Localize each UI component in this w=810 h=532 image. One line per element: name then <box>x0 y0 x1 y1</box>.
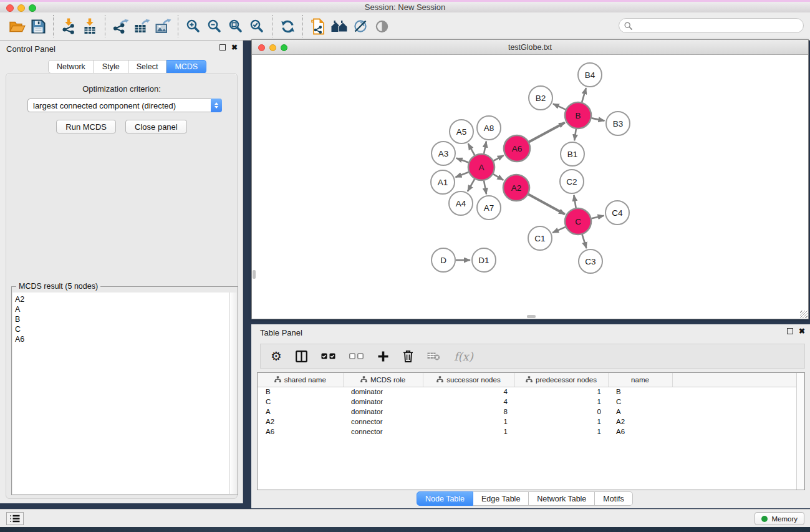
tab-mcds[interactable]: MCDS <box>166 60 206 74</box>
graph-node-A5[interactable]: A5 <box>450 120 473 143</box>
graph-edge-C-C3[interactable] <box>582 235 587 248</box>
table-cell[interactable]: A2 <box>608 417 672 427</box>
tab-network[interactable]: Network <box>48 60 94 74</box>
network-close-button[interactable] <box>258 44 265 51</box>
table-cell[interactable]: 1 <box>423 417 514 427</box>
graph-node-D[interactable]: D <box>432 248 455 272</box>
toggle-graphics-details-button[interactable] <box>371 15 392 37</box>
import-table-button[interactable] <box>79 15 100 37</box>
open-session-button[interactable] <box>6 15 27 37</box>
graph-edge-A6-B[interactable] <box>529 122 565 142</box>
graph-edge-A-A6[interactable] <box>493 155 503 161</box>
table-cell[interactable]: 1 <box>514 427 608 437</box>
graph-node-B2[interactable]: B2 <box>529 86 552 110</box>
table-cell[interactable]: 0 <box>514 407 608 417</box>
table-row[interactable]: Bdominator41B <box>258 387 798 397</box>
table-cell[interactable]: 4 <box>423 397 514 407</box>
mcds-result-item[interactable]: A6 <box>15 334 229 344</box>
table-cell[interactable]: B <box>258 387 343 397</box>
table-settings-button[interactable]: ⚙ <box>271 350 282 362</box>
close-window-button[interactable] <box>6 4 14 12</box>
network-window-titlebar[interactable]: testGlobe.txt <box>252 40 808 55</box>
graph-edge-C-C2[interactable] <box>574 195 576 208</box>
mcds-result-item[interactable]: A2 <box>15 294 229 304</box>
table-cell[interactable]: A6 <box>258 427 343 437</box>
table-cell[interactable]: A2 <box>258 417 343 427</box>
table-cell[interactable]: 4 <box>423 387 514 397</box>
table-scrollbar[interactable] <box>796 373 804 490</box>
table-cell[interactable]: connector <box>343 427 423 437</box>
resize-grip[interactable] <box>800 311 808 318</box>
network-minimize-button[interactable] <box>269 44 276 51</box>
column-header[interactable]: name <box>608 373 672 387</box>
graph-edge-C-C1[interactable] <box>552 227 566 233</box>
minimize-window-button[interactable] <box>17 4 25 12</box>
float-panel-icon[interactable] <box>219 44 226 51</box>
select-all-columns-button[interactable] <box>321 353 335 359</box>
tab-edge-table[interactable]: Edge Table <box>473 491 529 506</box>
close-table-panel-icon[interactable]: ✖ <box>799 328 805 334</box>
table-row[interactable]: A2connector11A2 <box>258 417 798 427</box>
import-network-button[interactable] <box>58 15 79 37</box>
export-table-button[interactable] <box>131 15 152 37</box>
table-row[interactable]: Cdominator41C <box>258 397 798 407</box>
graph-node-A4[interactable]: A4 <box>449 191 473 215</box>
search-field[interactable] <box>619 18 804 33</box>
table-cell[interactable]: B <box>608 387 672 397</box>
hide-graphics-details-button[interactable] <box>350 15 371 37</box>
graph-edge-A-A7[interactable] <box>484 181 486 195</box>
tab-select[interactable]: Select <box>128 60 167 74</box>
graph-node-C2[interactable]: C2 <box>560 170 584 193</box>
table-cell[interactable]: 8 <box>423 407 514 417</box>
graph-edge-B-B1[interactable] <box>574 129 576 140</box>
column-header[interactable]: shared name <box>258 373 343 387</box>
split-table-button[interactable] <box>296 351 307 362</box>
graph-edge-A2-C[interactable] <box>528 195 565 215</box>
graph-edge-A-A5[interactable] <box>468 143 475 155</box>
graph-node-A1[interactable]: A1 <box>431 170 455 194</box>
graph-node-A7[interactable]: A7 <box>477 196 501 220</box>
graph-node-C1[interactable]: C1 <box>528 226 552 250</box>
table-cell[interactable]: 1 <box>514 397 608 407</box>
run-mcds-button[interactable]: Run MCDS <box>56 120 116 133</box>
graph-node-A[interactable]: A <box>468 154 494 180</box>
export-network-button[interactable] <box>110 15 131 37</box>
graph-edge-B-B3[interactable] <box>592 118 605 120</box>
zoom-out-button[interactable] <box>204 15 225 37</box>
add-column-button[interactable] <box>377 351 389 362</box>
tab-style[interactable]: Style <box>94 60 128 74</box>
network-canvas[interactable]: B4B2BB3B1A5A8A6A3AA1C2A2A4A7C4CC1C3DD1 <box>252 55 808 319</box>
tab-network-table[interactable]: Network Table <box>529 491 595 506</box>
column-header[interactable]: successor nodes <box>423 373 514 387</box>
task-history-button[interactable] <box>6 512 24 525</box>
function-builder-button[interactable]: f(x) <box>454 350 473 363</box>
graph-node-D1[interactable]: D1 <box>472 248 496 272</box>
graph-edge-B-B4[interactable] <box>582 88 586 102</box>
memory-button[interactable]: Memory <box>755 512 804 525</box>
graph-node-C[interactable]: C <box>565 208 591 235</box>
graph-node-B1[interactable]: B1 <box>561 142 584 166</box>
zoom-fit-button[interactable] <box>225 15 246 37</box>
graph-node-A2[interactable]: A2 <box>503 175 529 201</box>
tab-node-table[interactable]: Node Table <box>417 491 473 506</box>
graph-node-B3[interactable]: B3 <box>606 112 630 135</box>
table-cell[interactable]: dominator <box>343 407 423 417</box>
column-header[interactable]: MCDS role <box>343 373 423 387</box>
criterion-dropdown[interactable]: largest connected component (directed) <box>27 99 222 112</box>
table-cell[interactable]: A <box>258 407 343 417</box>
save-session-button[interactable] <box>27 15 49 37</box>
deselect-all-columns-button[interactable] <box>349 353 364 359</box>
graph-node-B[interactable]: B <box>565 102 591 128</box>
new-network-from-selection-button[interactable] <box>307 15 329 37</box>
export-image-button[interactable] <box>152 15 173 37</box>
graph-node-A3[interactable]: A3 <box>432 142 455 165</box>
graph-edge-A-A8[interactable] <box>484 142 486 154</box>
table-cell[interactable]: 1 <box>514 417 608 427</box>
mcds-result-item[interactable]: A <box>15 304 229 314</box>
column-header[interactable]: predecessor nodes <box>514 373 608 387</box>
graph-edge-A-A3[interactable] <box>456 158 469 162</box>
close-panel-button[interactable]: Close panel <box>125 120 187 133</box>
table-row[interactable]: Adominator80A <box>258 407 798 417</box>
table-row[interactable]: A6connector11A6 <box>258 427 798 437</box>
graph-edge-A-A1[interactable] <box>456 172 469 177</box>
